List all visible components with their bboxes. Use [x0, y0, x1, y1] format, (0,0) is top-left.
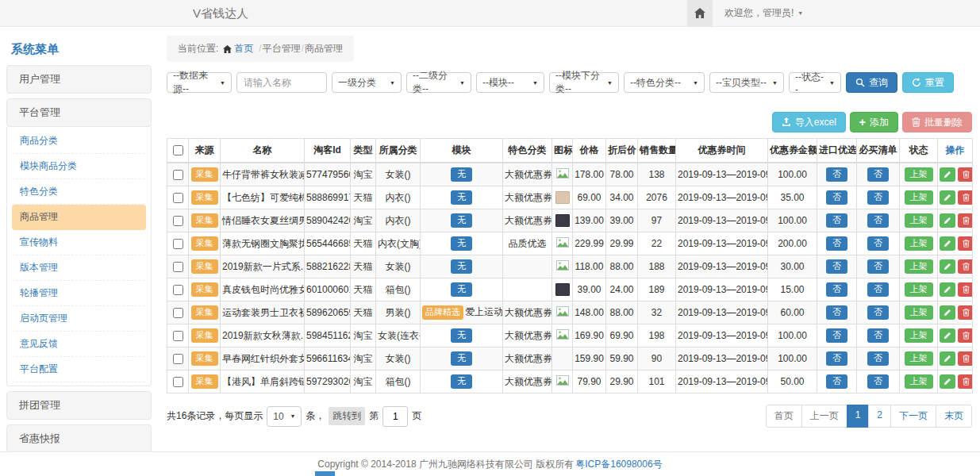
- sidebar-subitem[interactable]: 版本管理: [12, 255, 146, 281]
- row-checkbox[interactable]: [173, 216, 183, 226]
- row-checkbox[interactable]: [173, 170, 183, 180]
- import-excel-button[interactable]: 导入excel: [772, 112, 846, 132]
- filter-level1-category[interactable]: 一级分类▼: [332, 72, 402, 93]
- must-buy-toggle[interactable]: 否: [867, 259, 889, 273]
- import-select-toggle[interactable]: 否: [826, 236, 847, 250]
- delete-button[interactable]: [958, 328, 973, 343]
- delete-button[interactable]: [958, 305, 973, 320]
- add-button[interactable]: + 添加: [850, 112, 898, 132]
- status-toggle[interactable]: 上架: [905, 236, 933, 250]
- import-select-toggle[interactable]: 否: [826, 351, 847, 365]
- status-toggle[interactable]: 上架: [905, 213, 933, 227]
- status-toggle[interactable]: 上架: [905, 167, 933, 181]
- user-menu[interactable]: 欢迎您，管理员! ▼: [724, 6, 803, 20]
- name-search-input[interactable]: [236, 72, 327, 93]
- must-buy-toggle[interactable]: 否: [867, 213, 889, 227]
- pager-item[interactable]: 2: [868, 405, 891, 428]
- row-checkbox[interactable]: [173, 331, 183, 341]
- sidebar-item[interactable]: 用户管理: [6, 65, 152, 94]
- must-buy-toggle[interactable]: 否: [867, 167, 889, 181]
- status-toggle[interactable]: 上架: [905, 328, 933, 342]
- search-button[interactable]: 查询: [846, 72, 897, 93]
- sidebar-subitem[interactable]: 平台配置: [12, 357, 146, 382]
- pager-item[interactable]: 首页: [766, 405, 802, 428]
- must-buy-toggle[interactable]: 否: [867, 328, 889, 342]
- import-select-toggle[interactable]: 否: [826, 328, 847, 342]
- delete-button[interactable]: [958, 351, 973, 366]
- status-toggle[interactable]: 上架: [905, 259, 933, 273]
- status-toggle[interactable]: 上架: [905, 351, 933, 365]
- status-toggle[interactable]: 上架: [905, 305, 933, 319]
- sidebar-subitem[interactable]: 意见反馈: [12, 332, 146, 357]
- batch-delete-button[interactable]: 批量删除: [902, 112, 972, 132]
- per-page-select[interactable]: 10 ▼: [267, 406, 302, 427]
- import-select-toggle[interactable]: 否: [826, 167, 847, 181]
- sidebar-item[interactable]: 省惠快报: [6, 424, 152, 453]
- select-all-checkbox[interactable]: [173, 145, 183, 155]
- delete-button[interactable]: [958, 213, 973, 228]
- row-checkbox[interactable]: [173, 308, 183, 318]
- delete-button[interactable]: [958, 167, 973, 182]
- sidebar-subitem[interactable]: 商品分类: [12, 129, 146, 154]
- sidebar-subitem[interactable]: 商品管理: [12, 205, 146, 230]
- reset-button[interactable]: 重置: [902, 72, 954, 93]
- row-checkbox[interactable]: [173, 285, 183, 295]
- filter-status[interactable]: --状态--▼: [789, 72, 841, 93]
- import-select-toggle[interactable]: 否: [826, 305, 847, 319]
- home-button[interactable]: [687, 0, 713, 26]
- page-number-input[interactable]: [382, 406, 408, 427]
- delete-button[interactable]: [958, 374, 973, 389]
- import-select-toggle[interactable]: 否: [826, 213, 847, 227]
- delete-button[interactable]: [958, 282, 973, 297]
- sidebar-subitem[interactable]: 启动页管理: [12, 306, 146, 332]
- sidebar-subitem[interactable]: 宣传物料: [12, 230, 146, 255]
- edit-button[interactable]: [940, 282, 955, 297]
- breadcrumb-home-link[interactable]: 首页: [223, 42, 253, 56]
- status-toggle[interactable]: 上架: [905, 190, 933, 204]
- edit-button[interactable]: [940, 351, 955, 366]
- sidebar-item[interactable]: 平台管理: [6, 98, 152, 127]
- edit-button[interactable]: [940, 236, 955, 251]
- filter-item-type[interactable]: --宝贝类型--▼: [709, 72, 784, 93]
- row-checkbox[interactable]: [173, 354, 183, 364]
- edit-button[interactable]: [940, 167, 955, 182]
- filter-level2-category[interactable]: --二级分类--▼: [406, 72, 471, 93]
- sidebar-subitem[interactable]: 轮播管理: [12, 281, 146, 306]
- row-checkbox[interactable]: [173, 262, 183, 272]
- import-select-toggle[interactable]: 否: [826, 259, 847, 273]
- edit-button[interactable]: [940, 259, 955, 274]
- icp-link[interactable]: 粤ICP备16098006号: [575, 458, 662, 471]
- edit-button[interactable]: [940, 213, 955, 228]
- must-buy-toggle[interactable]: 否: [867, 305, 889, 319]
- import-select-toggle[interactable]: 否: [826, 190, 847, 204]
- pager-item[interactable]: 下一页: [890, 405, 936, 428]
- edit-button[interactable]: [940, 190, 955, 205]
- must-buy-toggle[interactable]: 否: [867, 190, 889, 204]
- filter-feature-category[interactable]: --特色分类--▼: [624, 72, 705, 93]
- status-toggle[interactable]: 上架: [905, 374, 933, 388]
- filter-module[interactable]: --模块--▼: [476, 72, 544, 93]
- pager-item[interactable]: 末页: [936, 405, 972, 428]
- delete-button[interactable]: [958, 259, 973, 274]
- status-toggle[interactable]: 上架: [905, 282, 933, 296]
- delete-button[interactable]: [958, 236, 973, 251]
- edit-button[interactable]: [940, 328, 955, 343]
- filter-module-subcategory[interactable]: --模块下分类--▼: [549, 72, 619, 93]
- edit-button[interactable]: [940, 374, 955, 389]
- filter-data-source[interactable]: --数据来源--▼: [167, 72, 232, 93]
- sidebar-subitem[interactable]: 特色分类: [12, 179, 146, 205]
- pager-item[interactable]: 1: [847, 405, 870, 428]
- row-checkbox[interactable]: [173, 193, 183, 203]
- edit-button[interactable]: [940, 305, 955, 320]
- row-checkbox[interactable]: [173, 377, 183, 387]
- must-buy-toggle[interactable]: 否: [867, 282, 889, 296]
- must-buy-toggle[interactable]: 否: [867, 374, 889, 388]
- import-select-toggle[interactable]: 否: [826, 374, 847, 388]
- delete-button[interactable]: [958, 190, 973, 205]
- sidebar-subitem[interactable]: 模块商品分类: [12, 154, 146, 179]
- must-buy-toggle[interactable]: 否: [867, 351, 889, 365]
- must-buy-toggle[interactable]: 否: [867, 236, 889, 250]
- row-checkbox[interactable]: [173, 239, 183, 249]
- sidebar-item[interactable]: 拼团管理: [6, 391, 152, 420]
- pager-item[interactable]: 上一页: [801, 405, 847, 428]
